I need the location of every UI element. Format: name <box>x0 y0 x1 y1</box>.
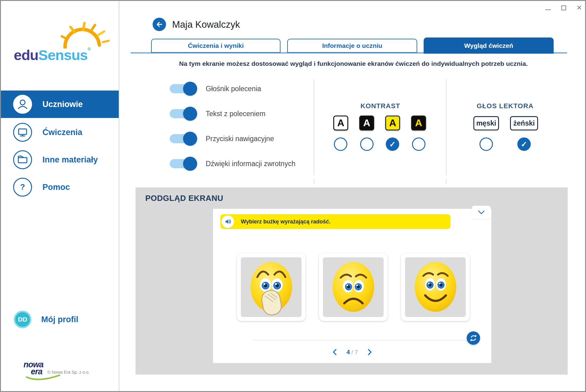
page-separator: / <box>350 349 355 355</box>
contrast-radio-2[interactable] <box>360 137 374 151</box>
toggle-knob <box>183 82 197 96</box>
monitor-icon <box>13 123 32 142</box>
brand-swoosh-icon <box>25 375 62 381</box>
check-icon: ✓ <box>521 141 527 148</box>
refresh-button[interactable] <box>467 331 480 345</box>
preview-divider <box>252 340 469 340</box>
toggle-knob <box>183 132 197 146</box>
back-arrow-icon <box>155 20 164 29</box>
folder-icon <box>13 150 32 169</box>
refresh-icon <box>469 334 477 342</box>
contrast-option-yellow-on-black[interactable]: A <box>411 116 426 130</box>
sidebar-item-label: Ćwiczenia <box>42 128 82 137</box>
sidebar-item-label: Uczniowie <box>42 100 83 109</box>
toggle-row-glosnik: Głośnik polecenia <box>170 82 261 96</box>
check-icon: ✓ <box>389 141 396 148</box>
sidebar-item-label: Pomoc <box>42 183 70 192</box>
contrast-radio-3-checked[interactable]: ✓ <box>386 137 399 151</box>
nowa-era-logo: nowa era <box>24 361 43 375</box>
toggle-knob <box>183 157 197 171</box>
section-divider-dash <box>314 179 314 184</box>
avatar: DD <box>14 311 31 328</box>
toggle-dzwieki-informacji[interactable] <box>170 159 195 168</box>
pagination: 4 / 7 <box>213 348 491 356</box>
app-window: ✕ eduSensus® Uc <box>0 0 586 392</box>
page-description: Na tym ekranie możesz dostosować wygląd … <box>132 60 575 67</box>
contrast-option-black-on-white[interactable]: A <box>333 116 348 130</box>
worried-face-covering-mouth-icon <box>241 257 302 317</box>
happy-face-icon <box>405 257 466 317</box>
sidebar-item-cwiczenia[interactable]: Ćwiczenia <box>1 119 119 146</box>
toggle-przyciski-nawigacyjne[interactable] <box>170 134 195 143</box>
chevron-down-icon <box>477 210 485 215</box>
toggle-label: Przyciski nawigacyjne <box>206 135 274 143</box>
page-total: 7 <box>355 349 358 355</box>
tab-cwiczenia-i-wyniki[interactable]: Ćwiczenia i wyniki <box>151 39 280 53</box>
toggle-row-przyciski: Przyciski nawigacyjne <box>170 132 274 146</box>
contrast-radio-1[interactable] <box>334 137 347 151</box>
collapse-button[interactable] <box>472 206 491 219</box>
svg-text:?: ? <box>20 182 25 191</box>
emotion-card-sad[interactable] <box>319 253 388 321</box>
emotion-card-worried[interactable] <box>237 253 306 321</box>
toggle-label: Tekst z poleceniem <box>206 110 266 118</box>
maximize-icon[interactable] <box>561 5 566 10</box>
minimize-icon[interactable] <box>545 9 551 10</box>
brand-line2: era <box>31 368 43 375</box>
toggle-label: Głośnik polecenia <box>206 85 261 93</box>
toggle-row-tekst: Tekst z poleceniem <box>170 107 266 121</box>
profile-label: Mój profil <box>41 315 78 324</box>
page-title: Maja Kowalczyk <box>172 19 240 30</box>
chevron-right-icon[interactable] <box>367 348 373 356</box>
avatar-initials: DD <box>18 316 27 323</box>
toggle-tekst-z-poleceniem[interactable] <box>170 109 195 118</box>
back-button[interactable] <box>153 18 166 31</box>
sidebar-item-label: Inne materiały <box>42 155 98 165</box>
toggle-glosnik-polecenia[interactable] <box>170 84 195 93</box>
section-divider <box>446 79 447 175</box>
sidebar-item-moj-profil[interactable]: DD Mój profil <box>1 306 119 333</box>
preview-heading: PODGLĄD EKRANU <box>145 194 223 203</box>
contrast-radio-4[interactable] <box>412 137 425 151</box>
sidebar-item-inne-materialy[interactable]: Inne materiały <box>1 146 119 173</box>
voice-heading: GŁOS LEKTORA <box>459 102 551 110</box>
voice-radio-zenski-checked[interactable]: ✓ <box>517 137 531 151</box>
contrast-heading: KONTRAST <box>335 102 426 110</box>
sad-face-icon <box>323 257 384 317</box>
toggle-label: Dźwięki informacji zwrotnych <box>206 160 295 168</box>
contrast-option-white-on-black[interactable]: A <box>359 116 374 130</box>
voice-button-zenski[interactable]: żeński <box>510 116 538 130</box>
sidebar: eduSensus® Uczniowie Ćwiczenia <box>1 1 119 391</box>
section-divider-dash <box>446 179 447 184</box>
chevron-left-icon[interactable] <box>332 348 337 356</box>
tab-informacje-o-uczniu[interactable]: Informacje o uczniu <box>287 39 417 53</box>
sidebar-item-pomoc[interactable]: ? Pomoc <box>1 173 119 201</box>
instruction-banner: Wybierz buźkę wyrażającą radość. <box>220 214 450 229</box>
section-divider <box>314 79 314 175</box>
contrast-option-black-on-yellow[interactable]: A <box>385 116 400 130</box>
instruction-text: Wybierz buźkę wyrażającą radość. <box>241 219 331 225</box>
toggle-knob <box>183 107 197 121</box>
tab-wyglad-cwiczen[interactable]: Wygląd ćwiczeń <box>424 37 554 54</box>
question-icon: ? <box>13 178 32 197</box>
exercise-preview-card: Wybierz buźkę wyrażającą radość. <box>213 209 491 363</box>
preview-panel: PODGLĄD EKRANU Wybierz buźkę wyrażającą … <box>136 187 568 375</box>
sun-logo-icon <box>61 22 110 50</box>
close-icon[interactable]: ✕ <box>577 5 582 11</box>
user-icon <box>13 95 32 114</box>
emotion-card-happy[interactable] <box>401 253 470 321</box>
voice-radio-meski[interactable] <box>479 137 493 151</box>
copyright-text: © Nowa Era Sp. z o.o. <box>47 370 90 375</box>
toggle-row-dzwieki: Dźwięki informacji zwrotnych <box>170 157 295 171</box>
page-current: 4 <box>346 349 350 355</box>
speaker-icon <box>224 218 232 225</box>
sidebar-item-uczniowie[interactable]: Uczniowie <box>1 91 119 118</box>
speaker-button[interactable] <box>222 216 234 228</box>
voice-button-meski[interactable]: męski <box>473 116 499 130</box>
page-indicator: 4 / 7 <box>346 349 358 356</box>
window-controls: ✕ <box>545 3 582 12</box>
edusensus-logo: eduSensus® <box>14 47 90 63</box>
